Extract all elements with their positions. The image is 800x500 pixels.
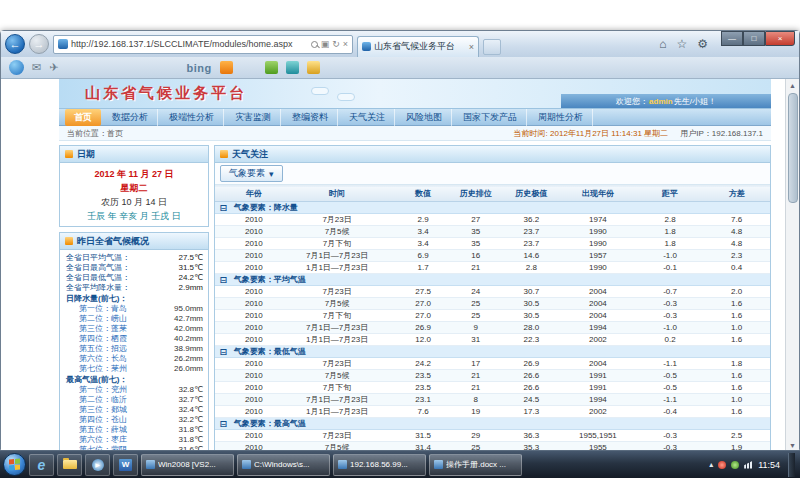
orange-tile-icon[interactable] bbox=[220, 61, 233, 74]
table-cell: 26.9 bbox=[398, 322, 448, 334]
panel-bullet-icon bbox=[65, 237, 73, 245]
table-cell: 8 bbox=[448, 394, 504, 406]
taskbar-folder-icon[interactable] bbox=[57, 454, 82, 476]
tray-expand-icon[interactable]: ▴ bbox=[709, 460, 713, 469]
nav-item-5[interactable]: 整编资料 bbox=[283, 109, 338, 126]
group-header-row[interactable]: ⊟气象要素：降水量 bbox=[215, 202, 770, 214]
table-row[interactable]: 20107月23日2.92736.219742.87.6 bbox=[215, 214, 770, 226]
stop-icon[interactable]: × bbox=[343, 39, 348, 49]
table-cell: 2010 bbox=[232, 382, 276, 394]
taskbar-word-icon[interactable]: W bbox=[113, 454, 138, 476]
minimize-button[interactable]: — bbox=[721, 31, 743, 46]
scroll-up-icon[interactable]: ▲ bbox=[789, 79, 796, 91]
table-row[interactable]: 20101月1日—7月23日12.03122.320020.21.6 bbox=[215, 334, 770, 346]
teal-tile-icon[interactable] bbox=[286, 61, 299, 74]
group-title: 气象要素：降水量 bbox=[232, 202, 770, 214]
panel-bullet-icon bbox=[65, 150, 73, 158]
taskbar-window-button[interactable]: C:\Windows\s... bbox=[237, 454, 330, 476]
scroll-thumb[interactable] bbox=[788, 93, 798, 203]
table-row[interactable]: 20107月23日31.52936.31955,1951-0.32.5 bbox=[215, 430, 770, 442]
group-header-row[interactable]: ⊟气象要素：平均气温 bbox=[215, 274, 770, 286]
browser-tab[interactable]: 山东省气候业务平台 × bbox=[357, 36, 479, 57]
scrollbar[interactable]: ▲ ▼ bbox=[785, 79, 799, 451]
bing-logo[interactable]: bing bbox=[186, 62, 211, 74]
taskbar: e ▶ W Win2008 [VS2...C:\Windows\s...192.… bbox=[0, 450, 800, 478]
nav-item-4[interactable]: 灾害监测 bbox=[226, 109, 281, 126]
browser-back-button[interactable]: ← bbox=[5, 34, 25, 54]
start-button[interactable] bbox=[3, 453, 26, 476]
yellow-tile-icon[interactable] bbox=[307, 61, 320, 74]
nav-item-9[interactable]: 周期性分析 bbox=[529, 109, 593, 126]
tab-close-icon[interactable]: × bbox=[469, 42, 474, 52]
nav-item-7[interactable]: 风险地图 bbox=[397, 109, 452, 126]
table-row[interactable]: 20107月下旬27.02530.52004-0.31.6 bbox=[215, 310, 770, 322]
group-header-row[interactable]: ⊟气象要素：最低气温 bbox=[215, 346, 770, 358]
table-cell: 1991 bbox=[559, 370, 637, 382]
green-tile-icon[interactable] bbox=[265, 61, 278, 74]
table-cell: 2010 bbox=[232, 250, 276, 262]
collapse-icon[interactable]: ⊟ bbox=[215, 346, 232, 358]
compat-view-icon[interactable]: ▣ bbox=[321, 39, 330, 49]
row-spacer bbox=[215, 358, 232, 370]
browser-forward-button[interactable]: → bbox=[29, 34, 49, 54]
collapse-icon[interactable]: ⊟ bbox=[215, 418, 232, 430]
group-header-row[interactable]: ⊟气象要素：最高气温 bbox=[215, 418, 770, 430]
nav-item-2[interactable]: 数据分析 bbox=[103, 109, 158, 126]
settings-gear-icon[interactable]: ⚙ bbox=[694, 37, 711, 51]
send-plane-icon[interactable]: ✈ bbox=[49, 61, 58, 74]
home-icon[interactable]: ⌂ bbox=[656, 37, 669, 51]
collapse-icon[interactable]: ⊟ bbox=[215, 202, 232, 214]
search-icon[interactable] bbox=[311, 41, 318, 48]
nav-item-8[interactable]: 国家下发产品 bbox=[454, 109, 527, 126]
table-cell: 23.5 bbox=[398, 370, 448, 382]
table-cell: 7月1日—7月23日 bbox=[276, 394, 398, 406]
taskbar-window-button[interactable]: 192.168.56.99... bbox=[333, 454, 426, 476]
table-row[interactable]: 20107月1日—7月23日6.91614.61957-1.02.3 bbox=[215, 250, 770, 262]
date-panel: 日期 2012 年 11 月 27 日星期二农历 10 月 14 日壬辰 年 辛… bbox=[59, 145, 209, 227]
table-row[interactable]: 20107月5候27.02530.52004-0.31.6 bbox=[215, 298, 770, 310]
row-spacer bbox=[215, 250, 232, 262]
table-cell: 29 bbox=[448, 430, 504, 442]
favorites-star-icon[interactable]: ☆ bbox=[673, 37, 690, 51]
maximize-button[interactable]: □ bbox=[743, 31, 765, 46]
nav-item-3[interactable]: 极端性分析 bbox=[160, 109, 224, 126]
table-row[interactable]: 20107月下旬3.43523.719901.84.8 bbox=[215, 238, 770, 250]
table-row[interactable]: 20107月23日27.52430.72004-0.72.0 bbox=[215, 286, 770, 298]
table-row[interactable]: 20107月下旬23.52126.61991-0.51.6 bbox=[215, 382, 770, 394]
tray-shield-icon[interactable] bbox=[731, 461, 739, 469]
table-row[interactable]: 20107月1日—7月23日23.1824.51994-1.11.0 bbox=[215, 394, 770, 406]
nav-item-1[interactable]: 首页 bbox=[65, 109, 101, 126]
taskbar-window-button[interactable]: Win2008 [VS2... bbox=[141, 454, 234, 476]
mail-envelope-icon[interactable]: ✉ bbox=[32, 61, 41, 74]
table-cell: 7月5候 bbox=[276, 298, 398, 310]
show-desktop-button[interactable] bbox=[788, 453, 795, 477]
table-row[interactable]: 20107月5候23.52126.61991-0.51.6 bbox=[215, 370, 770, 382]
table-row[interactable]: 20101月1日—7月23日1.7212.81990-0.10.4 bbox=[215, 262, 770, 274]
table-row[interactable]: 20107月5候3.43523.719901.84.8 bbox=[215, 226, 770, 238]
taskbar-ie-icon[interactable]: e bbox=[29, 454, 54, 476]
table-cell: 2.0 bbox=[703, 286, 770, 298]
table-cell: 2010 bbox=[232, 310, 276, 322]
table-row[interactable]: 20101月1日—7月23日7.61917.32002-0.41.6 bbox=[215, 406, 770, 418]
browser-chrome: ← → http://192.168.137.1/SLCCLIMATE/modu… bbox=[1, 31, 799, 57]
network-icon[interactable] bbox=[744, 461, 753, 469]
table-row[interactable]: 20107月1日—7月23日26.9928.01994-1.01.0 bbox=[215, 322, 770, 334]
toolbar-row: 气象要素 ▾ bbox=[215, 163, 770, 185]
close-button[interactable]: × bbox=[765, 31, 795, 46]
cloud-icon bbox=[337, 93, 355, 101]
tray-alert-icon[interactable] bbox=[718, 461, 726, 469]
tray-clock[interactable]: 11:54 bbox=[758, 460, 780, 470]
table-row[interactable]: 20107月23日24.21726.92004-1.11.8 bbox=[215, 358, 770, 370]
taskbar-window-button[interactable]: 操作手册.docx ... bbox=[429, 454, 522, 476]
messenger-icon[interactable] bbox=[9, 60, 24, 75]
taskbar-media-icon[interactable]: ▶ bbox=[85, 454, 110, 476]
nav-item-6[interactable]: 天气关注 bbox=[340, 109, 395, 126]
address-bar[interactable]: http://192.168.137.1/SLCCLIMATE/modules/… bbox=[53, 35, 353, 54]
new-tab-button[interactable] bbox=[483, 39, 501, 55]
refresh-icon[interactable]: ↻ bbox=[332, 39, 340, 49]
element-selector-button[interactable]: 气象要素 ▾ bbox=[220, 165, 283, 182]
date-line: 壬辰 年 辛亥 月 壬戌 日 bbox=[68, 209, 200, 223]
collapse-icon[interactable]: ⊟ bbox=[215, 274, 232, 286]
column-header: 距平 bbox=[637, 186, 704, 202]
table-cell: 7月5候 bbox=[276, 226, 398, 238]
